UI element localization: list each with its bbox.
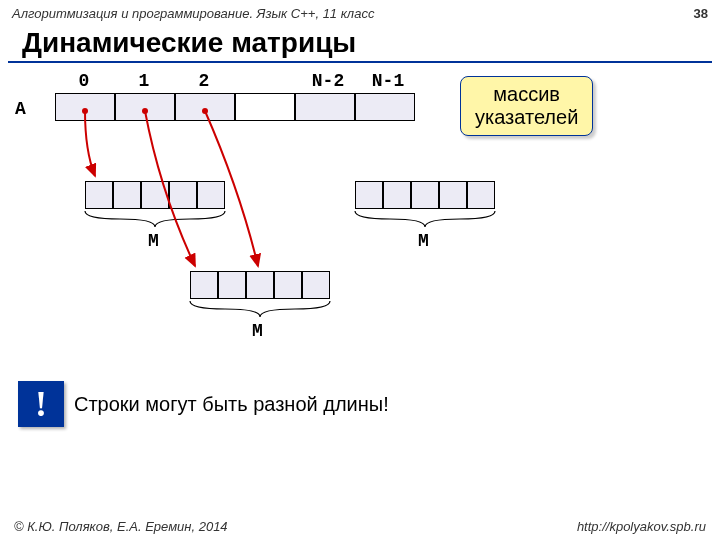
callout-line2: указателей <box>475 106 578 129</box>
m-label-2: M <box>418 231 429 251</box>
array-label: A <box>15 99 26 119</box>
row1-c3 <box>169 181 197 209</box>
row2-c3 <box>274 271 302 299</box>
row1b-c3 <box>439 181 467 209</box>
slide-title: Динамические матрицы <box>8 23 712 63</box>
ptr-cell-0 <box>55 93 115 121</box>
row1-c0 <box>85 181 113 209</box>
row1b-c4 <box>467 181 495 209</box>
dot-2 <box>202 108 208 114</box>
brace-3 <box>190 301 330 321</box>
idx-0: 0 <box>74 71 94 91</box>
callout-line1: массив <box>475 83 578 106</box>
callout-box: массив указателей <box>460 76 593 136</box>
row1b-c2 <box>411 181 439 209</box>
ptr-cell-gap <box>235 93 295 121</box>
warning-text: Строки могут быть разной длины! <box>74 393 389 416</box>
dot-1 <box>142 108 148 114</box>
row2-c2 <box>246 271 274 299</box>
ptr-cell-n2 <box>295 93 355 121</box>
ptr-cell-2 <box>175 93 235 121</box>
m-label-3: M <box>252 321 263 341</box>
footer-left: © К.Ю. Поляков, Е.А. Еремин, 2014 <box>14 519 228 534</box>
header-left: Алгоритмизация и программирование. Язык … <box>12 6 374 21</box>
row1-c1 <box>113 181 141 209</box>
brace-2 <box>355 211 495 231</box>
row1-c4 <box>197 181 225 209</box>
m-label-1: M <box>148 231 159 251</box>
diagram-area: A 0 1 2 N-2 N-1 M M M <box>0 71 720 371</box>
brace-1 <box>85 211 225 231</box>
idx-n2: N-2 <box>303 71 353 91</box>
row1b-c1 <box>383 181 411 209</box>
row2-c1 <box>218 271 246 299</box>
row2-c0 <box>190 271 218 299</box>
warning-icon: ! <box>18 381 64 427</box>
idx-n1: N-1 <box>363 71 413 91</box>
row1-c2 <box>141 181 169 209</box>
idx-1: 1 <box>134 71 154 91</box>
ptr-cell-n1 <box>355 93 415 121</box>
page-number: 38 <box>694 6 708 21</box>
footer-right: http://kpolyakov.spb.ru <box>577 519 706 534</box>
idx-2: 2 <box>194 71 214 91</box>
ptr-cell-1 <box>115 93 175 121</box>
dot-0 <box>82 108 88 114</box>
row1b-c0 <box>355 181 383 209</box>
row2-c4 <box>302 271 330 299</box>
